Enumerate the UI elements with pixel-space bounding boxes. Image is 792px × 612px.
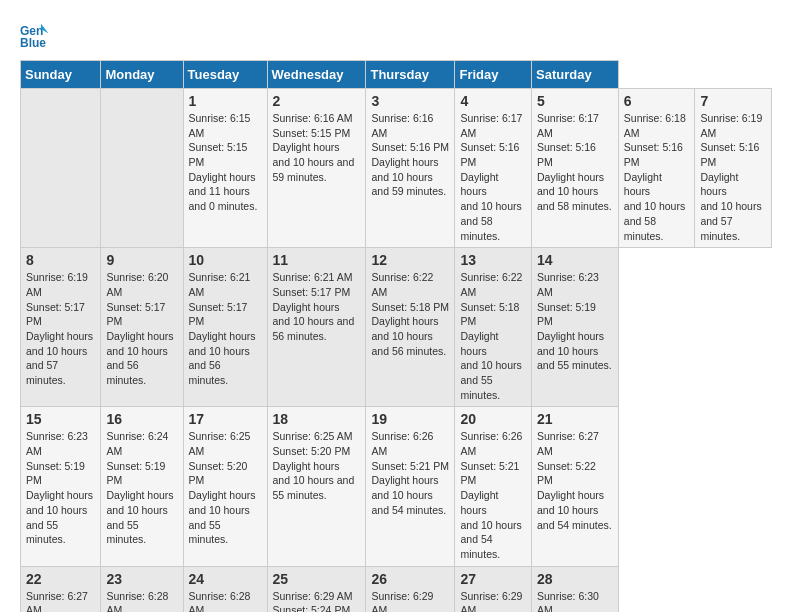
day-number: 19 bbox=[371, 411, 449, 427]
calendar-cell: 6 Sunrise: 6:18 AMSunset: 5:16 PMDayligh… bbox=[618, 89, 695, 248]
header-day-sunday: Sunday bbox=[21, 61, 101, 89]
day-number: 2 bbox=[273, 93, 361, 109]
day-info: Sunrise: 6:22 AMSunset: 5:18 PMDaylight … bbox=[460, 271, 522, 401]
day-info: Sunrise: 6:29 AMSunset: 5:24 PMDaylight … bbox=[273, 590, 355, 612]
calendar-cell: 13 Sunrise: 6:22 AMSunset: 5:18 PMDaylig… bbox=[455, 248, 532, 407]
day-number: 16 bbox=[106, 411, 177, 427]
calendar-cell: 22 Sunrise: 6:27 AMSunset: 5:22 PMDaylig… bbox=[21, 566, 101, 612]
day-info: Sunrise: 6:18 AMSunset: 5:16 PMDaylight … bbox=[624, 112, 686, 242]
day-number: 7 bbox=[700, 93, 766, 109]
svg-text:Blue: Blue bbox=[20, 36, 46, 50]
logo-icon: Gen Blue bbox=[20, 20, 50, 50]
calendar-cell: 19 Sunrise: 6:26 AMSunset: 5:21 PMDaylig… bbox=[366, 407, 455, 566]
calendar-cell: 3 Sunrise: 6:16 AMSunset: 5:16 PMDayligh… bbox=[366, 89, 455, 248]
week-row-4: 22 Sunrise: 6:27 AMSunset: 5:22 PMDaylig… bbox=[21, 566, 772, 612]
day-number: 28 bbox=[537, 571, 613, 587]
calendar-cell: 26 Sunrise: 6:29 AMSunset: 5:24 PMDaylig… bbox=[366, 566, 455, 612]
calendar-cell bbox=[21, 89, 101, 248]
day-info: Sunrise: 6:19 AMSunset: 5:16 PMDaylight … bbox=[700, 112, 762, 242]
day-number: 8 bbox=[26, 252, 95, 268]
day-info: Sunrise: 6:28 AMSunset: 5:23 PMDaylight … bbox=[106, 590, 173, 612]
calendar-cell: 12 Sunrise: 6:22 AMSunset: 5:18 PMDaylig… bbox=[366, 248, 455, 407]
calendar-cell: 7 Sunrise: 6:19 AMSunset: 5:16 PMDayligh… bbox=[695, 89, 772, 248]
header-day-thursday: Thursday bbox=[366, 61, 455, 89]
day-info: Sunrise: 6:27 AMSunset: 5:22 PMDaylight … bbox=[26, 590, 93, 612]
day-number: 26 bbox=[371, 571, 449, 587]
calendar-cell: 5 Sunrise: 6:17 AMSunset: 5:16 PMDayligh… bbox=[532, 89, 619, 248]
day-number: 9 bbox=[106, 252, 177, 268]
day-info: Sunrise: 6:22 AMSunset: 5:18 PMDaylight … bbox=[371, 271, 449, 356]
day-info: Sunrise: 6:27 AMSunset: 5:22 PMDaylight … bbox=[537, 430, 612, 530]
calendar-table: SundayMondayTuesdayWednesdayThursdayFrid… bbox=[20, 60, 772, 612]
day-info: Sunrise: 6:16 AMSunset: 5:16 PMDaylight … bbox=[371, 112, 449, 197]
calendar-cell: 20 Sunrise: 6:26 AMSunset: 5:21 PMDaylig… bbox=[455, 407, 532, 566]
day-info: Sunrise: 6:26 AMSunset: 5:21 PMDaylight … bbox=[371, 430, 449, 515]
week-row-2: 8 Sunrise: 6:19 AMSunset: 5:17 PMDayligh… bbox=[21, 248, 772, 407]
day-number: 25 bbox=[273, 571, 361, 587]
day-number: 18 bbox=[273, 411, 361, 427]
calendar-cell: 17 Sunrise: 6:25 AMSunset: 5:20 PMDaylig… bbox=[183, 407, 267, 566]
calendar-cell: 8 Sunrise: 6:19 AMSunset: 5:17 PMDayligh… bbox=[21, 248, 101, 407]
calendar-cell: 1 Sunrise: 6:15 AMSunset: 5:15 PMDayligh… bbox=[183, 89, 267, 248]
calendar-cell: 11 Sunrise: 6:21 AMSunset: 5:17 PMDaylig… bbox=[267, 248, 366, 407]
calendar-cell: 25 Sunrise: 6:29 AMSunset: 5:24 PMDaylig… bbox=[267, 566, 366, 612]
day-info: Sunrise: 6:25 AMSunset: 5:20 PMDaylight … bbox=[189, 430, 256, 545]
day-number: 1 bbox=[189, 93, 262, 109]
day-info: Sunrise: 6:19 AMSunset: 5:17 PMDaylight … bbox=[26, 271, 93, 386]
day-number: 15 bbox=[26, 411, 95, 427]
day-number: 14 bbox=[537, 252, 613, 268]
day-number: 3 bbox=[371, 93, 449, 109]
calendar-cell: 16 Sunrise: 6:24 AMSunset: 5:19 PMDaylig… bbox=[101, 407, 183, 566]
day-number: 6 bbox=[624, 93, 690, 109]
header-row: SundayMondayTuesdayWednesdayThursdayFrid… bbox=[21, 61, 772, 89]
day-number: 11 bbox=[273, 252, 361, 268]
day-info: Sunrise: 6:26 AMSunset: 5:21 PMDaylight … bbox=[460, 430, 522, 560]
day-number: 12 bbox=[371, 252, 449, 268]
day-number: 22 bbox=[26, 571, 95, 587]
day-number: 20 bbox=[460, 411, 526, 427]
calendar-cell: 23 Sunrise: 6:28 AMSunset: 5:23 PMDaylig… bbox=[101, 566, 183, 612]
day-info: Sunrise: 6:30 AMSunset: 5:25 PMDaylight … bbox=[537, 590, 612, 612]
logo: Gen Blue bbox=[20, 20, 54, 50]
day-info: Sunrise: 6:15 AMSunset: 5:15 PMDaylight … bbox=[189, 112, 258, 212]
calendar-cell: 27 Sunrise: 6:29 AMSunset: 5:25 PMDaylig… bbox=[455, 566, 532, 612]
calendar-cell: 9 Sunrise: 6:20 AMSunset: 5:17 PMDayligh… bbox=[101, 248, 183, 407]
day-number: 17 bbox=[189, 411, 262, 427]
page-header: Gen Blue bbox=[20, 20, 772, 50]
day-number: 5 bbox=[537, 93, 613, 109]
day-info: Sunrise: 6:29 AMSunset: 5:24 PMDaylight … bbox=[371, 590, 449, 612]
day-info: Sunrise: 6:23 AMSunset: 5:19 PMDaylight … bbox=[537, 271, 612, 371]
day-info: Sunrise: 6:29 AMSunset: 5:25 PMDaylight … bbox=[460, 590, 522, 612]
calendar-cell: 14 Sunrise: 6:23 AMSunset: 5:19 PMDaylig… bbox=[532, 248, 619, 407]
day-info: Sunrise: 6:23 AMSunset: 5:19 PMDaylight … bbox=[26, 430, 93, 545]
day-number: 4 bbox=[460, 93, 526, 109]
day-number: 10 bbox=[189, 252, 262, 268]
calendar-cell: 28 Sunrise: 6:30 AMSunset: 5:25 PMDaylig… bbox=[532, 566, 619, 612]
calendar-cell: 21 Sunrise: 6:27 AMSunset: 5:22 PMDaylig… bbox=[532, 407, 619, 566]
week-row-1: 1 Sunrise: 6:15 AMSunset: 5:15 PMDayligh… bbox=[21, 89, 772, 248]
calendar-cell: 24 Sunrise: 6:28 AMSunset: 5:23 PMDaylig… bbox=[183, 566, 267, 612]
calendar-cell: 2 Sunrise: 6:16 AMSunset: 5:15 PMDayligh… bbox=[267, 89, 366, 248]
header-day-monday: Monday bbox=[101, 61, 183, 89]
day-number: 13 bbox=[460, 252, 526, 268]
day-info: Sunrise: 6:25 AMSunset: 5:20 PMDaylight … bbox=[273, 430, 355, 501]
day-info: Sunrise: 6:17 AMSunset: 5:16 PMDaylight … bbox=[537, 112, 612, 212]
day-info: Sunrise: 6:28 AMSunset: 5:23 PMDaylight … bbox=[189, 590, 256, 612]
header-day-friday: Friday bbox=[455, 61, 532, 89]
day-number: 24 bbox=[189, 571, 262, 587]
day-info: Sunrise: 6:20 AMSunset: 5:17 PMDaylight … bbox=[106, 271, 173, 386]
day-number: 21 bbox=[537, 411, 613, 427]
calendar-cell: 18 Sunrise: 6:25 AMSunset: 5:20 PMDaylig… bbox=[267, 407, 366, 566]
day-info: Sunrise: 6:17 AMSunset: 5:16 PMDaylight … bbox=[460, 112, 522, 242]
day-info: Sunrise: 6:21 AMSunset: 5:17 PMDaylight … bbox=[273, 271, 355, 342]
week-row-3: 15 Sunrise: 6:23 AMSunset: 5:19 PMDaylig… bbox=[21, 407, 772, 566]
calendar-cell: 15 Sunrise: 6:23 AMSunset: 5:19 PMDaylig… bbox=[21, 407, 101, 566]
day-info: Sunrise: 6:16 AMSunset: 5:15 PMDaylight … bbox=[273, 112, 355, 183]
calendar-cell: 10 Sunrise: 6:21 AMSunset: 5:17 PMDaylig… bbox=[183, 248, 267, 407]
day-number: 27 bbox=[460, 571, 526, 587]
day-number: 23 bbox=[106, 571, 177, 587]
calendar-cell: 4 Sunrise: 6:17 AMSunset: 5:16 PMDayligh… bbox=[455, 89, 532, 248]
day-info: Sunrise: 6:24 AMSunset: 5:19 PMDaylight … bbox=[106, 430, 173, 545]
calendar-cell bbox=[101, 89, 183, 248]
header-day-wednesday: Wednesday bbox=[267, 61, 366, 89]
